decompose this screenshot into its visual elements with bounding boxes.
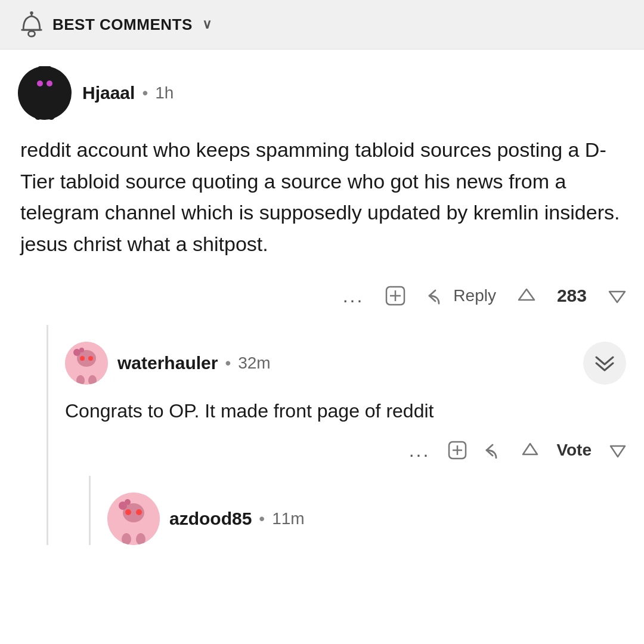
upvote-icon-small (522, 442, 538, 459)
vote-count: 283 (557, 286, 587, 306)
award-button[interactable] (385, 286, 405, 306)
avatar-azdood85 (107, 493, 160, 545)
svg-point-14 (33, 106, 43, 120)
reply-button[interactable]: Reply (427, 286, 496, 305)
reply-vote-text: Vote (556, 441, 592, 460)
reply-item-waterhauler: waterhauler • 32m Congrats to OP. It mad… (65, 325, 626, 545)
reply-award-button[interactable] (448, 441, 467, 460)
reply-downvote-button[interactable] (609, 442, 626, 459)
svg-point-6 (29, 78, 36, 85)
top-bar: BEST COMMENTS ∨ (0, 0, 644, 49)
downvote-icon (608, 287, 626, 305)
upvote-button[interactable] (518, 287, 535, 305)
nested-header-azdood85: azdood85 • 11m (107, 493, 626, 545)
reply-waterhauler-body: Congrats to OP. It made front page of re… (65, 397, 626, 425)
reply-waterhauler-userinfo: waterhauler • 32m (117, 353, 271, 373)
main-comment-username[interactable]: Hjaaal (82, 83, 135, 103)
more-options-button[interactable]: ... (343, 285, 364, 307)
reply-header-left: waterhauler • 32m (65, 342, 271, 385)
svg-point-25 (79, 348, 84, 352)
svg-point-3 (30, 11, 33, 15)
svg-point-10 (37, 80, 43, 86)
svg-rect-9 (38, 66, 51, 73)
collapse-button[interactable] (583, 342, 626, 385)
reply-upvote-button[interactable] (522, 442, 538, 459)
main-comment-header: Hjaaal • 1h (18, 66, 626, 120)
comment-section: Hjaaal • 1h reddit account who keeps spa… (0, 49, 644, 545)
award-icon (385, 286, 405, 306)
svg-point-27 (88, 356, 93, 361)
svg-point-7 (53, 78, 60, 85)
svg-point-41 (136, 509, 142, 515)
nested-reply-azdood85: azdood85 • 11m (89, 476, 626, 545)
svg-point-40 (125, 509, 131, 515)
nested-azdood85-userinfo: azdood85 • 11m (169, 509, 305, 529)
nested-azdood85-time: 11m (272, 509, 304, 528)
bell-icon (18, 11, 45, 38)
reply-header-waterhauler: waterhauler • 32m (65, 342, 626, 385)
svg-point-26 (80, 356, 85, 361)
double-chevron-icon (594, 355, 615, 371)
reply-icon-small (485, 442, 504, 459)
main-comment-actions: ... Reply 283 (18, 278, 626, 325)
reply-waterhauler-time: 32m (238, 354, 270, 373)
nested-azdood85-username[interactable]: azdood85 (169, 509, 252, 529)
separator: • (142, 83, 148, 103)
svg-point-15 (47, 106, 56, 120)
upvote-icon (518, 287, 535, 305)
reply-icon (427, 287, 447, 305)
svg-point-39 (125, 499, 131, 505)
award-icon-small (448, 441, 467, 460)
reply-reply-button[interactable] (485, 442, 504, 459)
reply-waterhauler-username[interactable]: waterhauler (117, 353, 218, 373)
main-comment-time: 1h (155, 83, 174, 103)
reply-waterhauler-actions: ... (65, 439, 626, 476)
reply-more-options[interactable]: ... (409, 439, 431, 462)
svg-point-11 (47, 80, 52, 86)
reply-thread: waterhauler • 32m Congrats to OP. It mad… (47, 325, 626, 545)
reply-label: Reply (453, 286, 496, 305)
avatar-waterhauler (65, 342, 108, 385)
best-comments-header[interactable]: BEST COMMENTS ∨ (18, 11, 212, 38)
downvote-icon-small (609, 442, 626, 459)
main-comment-user-info: Hjaaal • 1h (82, 83, 174, 103)
avatar (18, 66, 72, 120)
svg-point-42 (122, 533, 131, 545)
chevron-down-icon: ∨ (202, 17, 212, 32)
main-comment-body: reddit account who keeps spamming tabloi… (18, 134, 626, 260)
downvote-button[interactable] (608, 287, 626, 305)
best-comments-label: BEST COMMENTS (52, 16, 193, 34)
svg-point-43 (136, 533, 145, 545)
svg-point-0 (28, 31, 35, 36)
